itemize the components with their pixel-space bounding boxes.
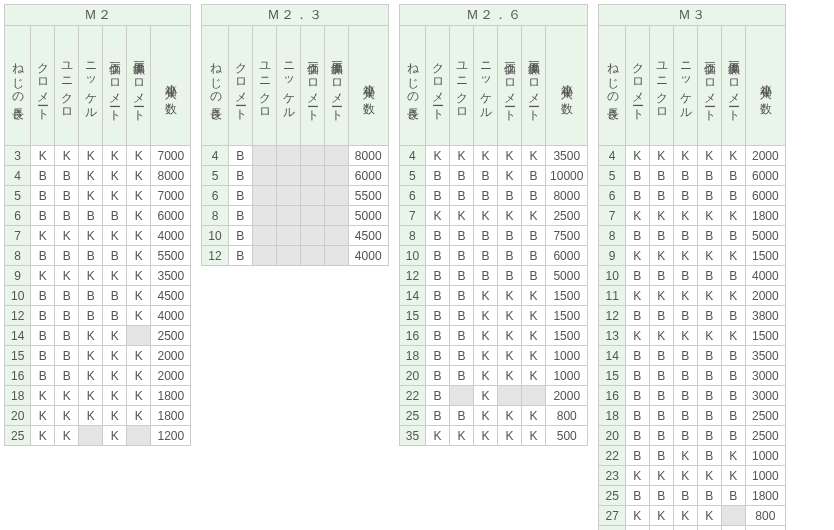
value-cell: K (79, 406, 103, 426)
value-cell: B (673, 486, 697, 506)
value-cell (450, 386, 474, 406)
column-header-text: 三価クロメート (701, 53, 718, 116)
value-cell: B (55, 166, 79, 186)
value-cell: B (697, 306, 721, 326)
value-cell: B (426, 166, 450, 186)
value-cell: K (697, 506, 721, 526)
table-row: 6BBBBB8000 (399, 186, 588, 206)
value-cell: K (103, 266, 127, 286)
value-cell: B (450, 166, 474, 186)
value-cell: B (625, 406, 649, 426)
spec-table-2: Ｍ２．６ねじの長さクロメートユニクロニッケル三価クロメート三価黒クロメート小箱入… (399, 4, 589, 446)
table-row: 20BBKKK1000 (399, 366, 588, 386)
value-cell: B (721, 386, 745, 406)
value-cell: K (649, 246, 673, 266)
value-cell: K (55, 146, 79, 166)
table-row: 7KKKKK2500 (399, 206, 588, 226)
column-header: ユニクロ (252, 26, 276, 146)
qty-cell: 5000 (348, 206, 388, 226)
column-header: 三価黒クロメート (324, 26, 348, 146)
value-cell: B (474, 186, 498, 206)
value-cell: K (103, 426, 127, 446)
value-cell: B (426, 346, 450, 366)
value-cell: B (697, 186, 721, 206)
row-length: 12 (599, 306, 625, 326)
value-cell: K (55, 386, 79, 406)
value-cell: B (625, 386, 649, 406)
value-cell: K (79, 346, 103, 366)
table-row: 10BBBBB6000 (399, 246, 588, 266)
row-length: 16 (599, 386, 625, 406)
row-length: 27 (599, 506, 625, 526)
value-cell: K (498, 146, 522, 166)
value-cell (324, 146, 348, 166)
value-cell: B (31, 306, 55, 326)
value-cell: K (450, 426, 474, 446)
column-header-text: ユニクロ (453, 54, 470, 114)
value-cell: B (522, 266, 546, 286)
row-length: 11 (599, 286, 625, 306)
value-cell: K (55, 266, 79, 286)
table-row: 28KKKKK1500 (599, 526, 785, 531)
column-header-text: 三価黒クロメート (725, 52, 742, 116)
value-cell (324, 166, 348, 186)
row-length: 13 (599, 326, 625, 346)
value-cell: K (522, 146, 546, 166)
row-length: 14 (399, 286, 425, 306)
value-cell: B (450, 366, 474, 386)
row-length: 16 (5, 366, 31, 386)
value-cell: K (474, 386, 498, 406)
column-header: 三価黒クロメート (127, 26, 151, 146)
qty-cell: 1000 (546, 346, 588, 366)
value-cell (300, 146, 324, 166)
value-cell: K (31, 406, 55, 426)
value-cell: K (31, 226, 55, 246)
value-cell: K (625, 526, 649, 531)
value-cell: B (625, 306, 649, 326)
value-cell: K (474, 306, 498, 326)
value-cell: B (450, 346, 474, 366)
column-header: クロメート (426, 26, 450, 146)
value-cell: B (31, 166, 55, 186)
value-cell: K (31, 266, 55, 286)
row-length: 9 (5, 266, 31, 286)
row-length: 9 (599, 246, 625, 266)
value-cell: B (498, 246, 522, 266)
value-cell: B (522, 186, 546, 206)
table-row: 14BBKK2500 (5, 326, 191, 346)
table-row: 14BBBBB3500 (599, 346, 785, 366)
row-length: 5 (5, 186, 31, 206)
row-length: 20 (399, 366, 425, 386)
value-cell: B (31, 246, 55, 266)
value-cell: K (498, 306, 522, 326)
value-cell: K (522, 366, 546, 386)
value-cell: B (625, 166, 649, 186)
value-cell: K (649, 466, 673, 486)
column-header-text: ニッケル (82, 54, 99, 114)
value-cell (127, 326, 151, 346)
qty-cell: 1000 (745, 446, 785, 466)
value-cell: K (522, 306, 546, 326)
qty-cell: 7500 (546, 226, 588, 246)
row-length: 28 (599, 526, 625, 531)
qty-cell: 2000 (546, 386, 588, 406)
value-cell: K (79, 226, 103, 246)
table-row: 10B4500 (202, 226, 388, 246)
value-cell (721, 506, 745, 526)
value-cell (522, 386, 546, 406)
value-cell: B (625, 486, 649, 506)
value-cell (300, 166, 324, 186)
value-cell: K (103, 226, 127, 246)
qty-cell: 5500 (151, 246, 191, 266)
column-header-text: ねじの長さ (9, 54, 26, 115)
value-cell: K (498, 366, 522, 386)
value-cell: K (721, 466, 745, 486)
column-header-text: 小箱入り数 (162, 75, 179, 94)
value-cell: K (103, 326, 127, 346)
column-header-text: ニッケル (677, 54, 694, 114)
value-cell: K (450, 206, 474, 226)
column-header-text: ねじの長さ (404, 54, 421, 115)
value-cell (276, 206, 300, 226)
value-cell: K (498, 206, 522, 226)
value-cell: K (721, 326, 745, 346)
